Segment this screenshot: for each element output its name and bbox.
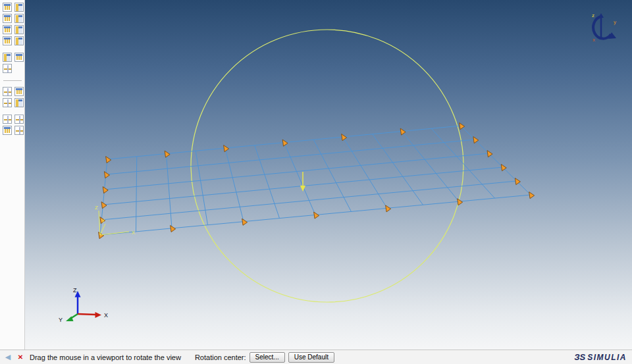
select-rotation-center-button[interactable]: Select... — [250, 352, 285, 363]
svg-text:X: X — [104, 312, 108, 319]
compass-y-label: y — [614, 19, 616, 25]
svg-text:X: X — [132, 230, 136, 236]
view-compass-icon[interactable]: z y x — [591, 11, 619, 42]
viewport-3d[interactable]: ZXYZXY z y x — [25, 0, 632, 350]
toolbox-group — [3, 53, 24, 73]
part-csys-triad: ZXY — [95, 205, 136, 236]
toolbox-icon-xyz[interactable] — [3, 115, 12, 124]
compass-z-label: z — [592, 13, 594, 18]
mesh-wireframe — [100, 126, 531, 235]
toolbox-icon-8[interactable] — [14, 36, 24, 45]
toolbox-icon-12[interactable] — [3, 87, 12, 96]
bc-markers — [97, 121, 535, 238]
toolbox-sidebar — [0, 0, 25, 350]
toolbox-group — [3, 115, 24, 135]
simulia-logo-text: SIMULIA — [587, 353, 627, 362]
viewport-scene: ZXYZXY — [25, 0, 632, 350]
use-default-rotation-center-button[interactable]: Use Default — [288, 352, 334, 363]
compass-x-label: x — [592, 37, 595, 42]
toolbox-icon-11[interactable] — [3, 64, 12, 73]
toolbox-group — [3, 3, 24, 45]
prompt-bar: ◀ ✕ Drag the mouse in a viewport to rota… — [0, 350, 632, 364]
toolbox-icon-17[interactable] — [3, 126, 12, 135]
toolbox-icon-9[interactable] — [3, 53, 12, 62]
abaqus-cae-window: ZXYZXY z y x ◀ ✕ Drag the mouse in a vie… — [0, 0, 632, 364]
toolbox-icon-2[interactable] — [14, 3, 24, 12]
toolbox-icon-4[interactable] — [14, 14, 24, 23]
svg-text:Z: Z — [73, 287, 77, 294]
toolbox-icon-18[interactable] — [14, 126, 24, 135]
toolbox-group — [3, 87, 24, 107]
toolbox-icon-5[interactable] — [3, 25, 12, 34]
cancel-procedure-icon[interactable]: ✕ — [16, 353, 25, 362]
toolbox-icon-7[interactable] — [3, 36, 12, 45]
toolbox-icon-15[interactable] — [14, 98, 24, 107]
svg-text:Y: Y — [101, 218, 105, 224]
prompt-message: Drag the mouse in a viewport to rotate t… — [30, 353, 181, 361]
svg-text:Y: Y — [59, 317, 63, 323]
toolbox-icon-3[interactable] — [3, 14, 12, 23]
toolbox-icon-axes[interactable] — [14, 115, 24, 124]
toolbox-icon-6[interactable] — [14, 25, 24, 34]
view-triad: ZXY — [59, 287, 108, 323]
dassault-3ds-logo-mark: ЗS — [574, 352, 585, 362]
toolbox-separator — [3, 80, 22, 81]
rotation-center-label: Rotation center: — [195, 353, 246, 361]
toolbox-icon-1[interactable] — [3, 3, 12, 12]
svg-text:Z: Z — [95, 205, 98, 211]
previous-prompt-icon[interactable]: ◀ — [3, 353, 13, 362]
simulia-logo: ЗS SIMULIA — [574, 352, 627, 362]
toolbox-icon-13[interactable] — [14, 87, 24, 96]
toolbox-icon-14[interactable] — [3, 98, 12, 107]
toolbox-icon-10[interactable] — [14, 53, 24, 62]
